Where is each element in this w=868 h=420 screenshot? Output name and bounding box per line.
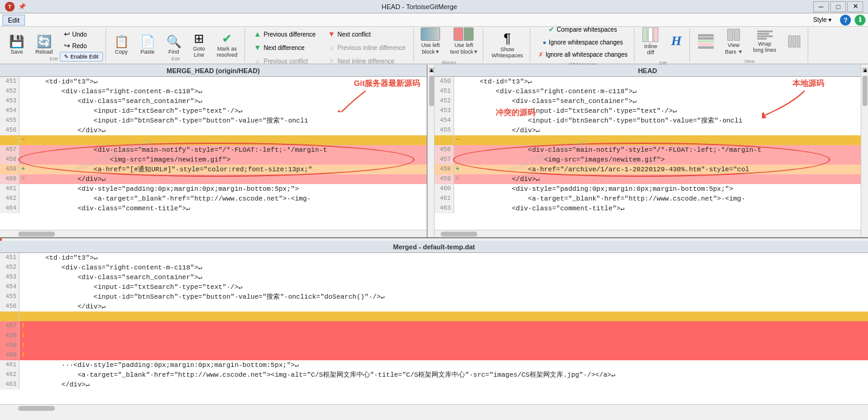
left-vscroll[interactable]: ▲: [427, 65, 435, 237]
settings-icon: [788, 35, 800, 48]
minimize-button[interactable]: ─: [813, 1, 829, 12]
left-hscroll[interactable]: [0, 230, 427, 237]
inline-diff-button[interactable]: Inlinediff: [638, 25, 663, 58]
down-arrow-icon: ▼: [254, 43, 261, 52]
right-vscroll[interactable]: ▲: [861, 65, 868, 237]
vscroll-up[interactable]: ▲: [429, 68, 434, 73]
menu-edit[interactable]: Edit: [2, 15, 25, 26]
paste-icon: 📄: [140, 35, 155, 48]
table-row: 458 !: [0, 331, 868, 341]
wrap-icon: [757, 30, 773, 40]
table-row: 456 </div>↵: [0, 302, 868, 311]
bottom-pane-content[interactable]: 451 <td·id="t3">↵ 452 <div·class="right-…: [0, 253, 868, 404]
next-diff-button[interactable]: ▼ Next difference: [249, 41, 321, 54]
toolbar-whitespaces-group: ✔ Compare whitespaces ● Ignore whitespac…: [532, 28, 635, 62]
table-row: 452 <div·class="right-content·m-c118">↵: [0, 87, 427, 96]
conflict-arrow-icon: ▼: [328, 30, 335, 38]
window-title: HEAD - TortoiseGitMerge: [26, 3, 813, 10]
inline-view-icon: [698, 34, 714, 49]
maximize-button[interactable]: □: [830, 1, 846, 12]
edit-label2: Edit: [107, 56, 244, 62]
left-pane-content[interactable]: 451 <td·id="t3">↵ 452 <div·class="right-…: [0, 77, 427, 230]
bottom-hscroll[interactable]: [0, 404, 868, 411]
help-button[interactable]: ?: [840, 15, 851, 26]
save-button[interactable]: 💾 Save: [5, 33, 29, 57]
h-button[interactable]: H: [665, 25, 687, 58]
separator-row: −: [435, 135, 861, 145]
toolbar-diff-group: Inlinediff H Diff: [636, 28, 690, 62]
right-vscroll-thumb[interactable]: [863, 76, 867, 106]
undo-button[interactable]: ↩ Undo: [60, 29, 103, 40]
prev-inline-button[interactable]: ▲ Previous inline difference: [322, 41, 411, 54]
left-line-area: 451 <td·id="t3">↵ 452 <div·class="right-…: [0, 77, 427, 213]
table-row: 456 <div·class="main-notify"·style="/*·F…: [435, 145, 861, 155]
title-bar-left: T 📌: [5, 2, 26, 12]
view-bars-button[interactable]: ViewBars ▾: [720, 26, 746, 57]
info-button[interactable]: ℹ: [855, 15, 866, 26]
toolbar-show-ws: ¶ ShowWhitespaces: [485, 28, 530, 62]
table-row: 457 <div·class="main-notify"·style="/*·F…: [0, 145, 427, 155]
goto-icon: ⊞: [194, 32, 204, 44]
redo-button[interactable]: ↪ Redo: [60, 40, 103, 51]
bottom-hscroll-thumb[interactable]: [18, 406, 55, 411]
window-controls: ─ □ ✕: [813, 1, 863, 12]
style-button[interactable]: Style ▾: [808, 15, 836, 24]
radio-icon: ●: [542, 39, 546, 46]
settings-button[interactable]: [783, 26, 805, 57]
bottom-pane-header: Merged - default-temp.dat: [0, 241, 868, 253]
next-conflict-button[interactable]: ▼ Next conflict: [322, 28, 411, 40]
table-row: 459 + <a·href="[#通知URL#]"·style="color:r…: [0, 165, 427, 174]
blocks-buttons: Use leftblock▾ Use lefttext block▾: [418, 25, 480, 57]
table-row: 458 <img·src="images/newitem.gif">: [0, 155, 427, 165]
up-arrow-icon: ▲: [254, 30, 261, 38]
nav-col-right: ▼ Next conflict ▲ Previous inline differ…: [322, 28, 411, 67]
ignore-ws-changes-button[interactable]: ● Ignore whitespace changes: [538, 37, 627, 48]
prev-diff-button[interactable]: ▲ Previous difference: [249, 28, 321, 40]
wrap-long-button[interactable]: Wraplong lines: [749, 26, 780, 57]
right-pane-content[interactable]: 450 <td·id="t3">↵ 451 <div·class="right-…: [435, 77, 861, 230]
vscroll-thumb-left[interactable]: [429, 76, 434, 106]
show-whitespaces-button[interactable]: ¶ ShowWhitespaces: [487, 29, 527, 61]
table-row: 454 <input·id="txtSearch"·type="text"·/>…: [0, 106, 427, 116]
diff-buttons: Inlinediff H: [638, 25, 687, 58]
find-button[interactable]: 🔍 Find: [162, 33, 186, 57]
table-row: 456 </div>↵: [0, 126, 427, 135]
table-row: 460 <div·style="padding:0px;margin:0px;m…: [435, 184, 861, 194]
find-icon: 🔍: [166, 35, 182, 48]
table-row: 461 ···<div·style="padding:0px;margin:0p…: [0, 360, 868, 370]
toolbar-blocks-group: Use leftblock▾ Use lefttext block▾ Block…: [415, 28, 483, 62]
right-vscroll-up[interactable]: ▲: [863, 68, 867, 73]
view-buttons: ViewBars ▾ Wraplong lines: [694, 26, 805, 57]
copy-button[interactable]: 📋 Copy: [110, 33, 133, 57]
table-row: 454 <input·id="btnSearch"·type="button"·…: [435, 116, 861, 126]
left-hscroll-thumb[interactable]: [18, 232, 55, 237]
table-row: 460 = </div>↵: [0, 174, 427, 184]
h-icon: H: [671, 33, 681, 49]
pin-icon: 📌: [18, 3, 26, 10]
close-button[interactable]: ✕: [847, 1, 863, 12]
title-bar: T 📌 HEAD - TortoiseGitMerge ─ □ ✕: [0, 0, 868, 13]
inline-arrow-icon: ▲: [328, 43, 335, 52]
right-hscroll-thumb[interactable]: [441, 232, 477, 237]
use-left-text-button[interactable]: Use lefttext block▾: [447, 25, 480, 57]
table-row: 453 <input·id="txtSearch"·type="text"·/>…: [435, 106, 861, 116]
ignore-all-ws-button[interactable]: ✗ Ignore all whitespace changes: [534, 49, 632, 60]
bottom-line-area: 451 <td·id="t3">↵ 452 <div·class="right-…: [0, 253, 868, 390]
table-row: 459 = </div>↵: [435, 174, 861, 184]
toolbar-edit-group: 💾 Save 🔄 Reload ↩ Undo ↪ Redo ✎ Enable E…: [2, 28, 106, 62]
right-line-area: 450 <td·id="t3">↵ 451 <div·class="right-…: [435, 77, 861, 213]
editor-bottom: Merged - default-temp.dat 451 <td·id="t3…: [0, 238, 868, 411]
compare-ws-button[interactable]: ✔ Compare whitespaces: [544, 24, 621, 35]
table-row: 458 + <a·href="/archive/1/arc-1-20220129…: [435, 165, 861, 174]
inline-view-button[interactable]: [694, 26, 718, 57]
x-icon: ✗: [538, 51, 543, 58]
separator-row: −: [0, 135, 427, 145]
table-row: 455 <input·id="btnSearch"·type="button"·…: [0, 292, 868, 302]
use-left-block-button[interactable]: Use leftblock▾: [418, 25, 443, 57]
right-hscroll[interactable]: [435, 230, 861, 237]
table-row: 461 <div·style="padding:0px;margin:0px;m…: [0, 184, 427, 194]
paste-button[interactable]: 📄 Paste: [136, 33, 160, 57]
reload-button[interactable]: 🔄 Reload: [31, 33, 57, 57]
check-icon: ✔: [549, 26, 554, 34]
next-inline-icon: ▼: [328, 57, 335, 65]
